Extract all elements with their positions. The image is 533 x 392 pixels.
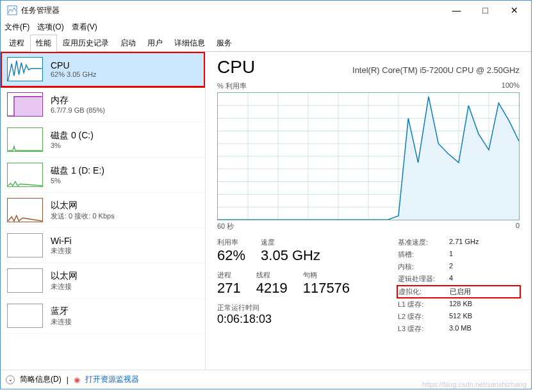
bluetooth-thumbnail (7, 304, 43, 328)
resmon-icon: ◉ (74, 375, 80, 384)
threads-value: 4219 (256, 280, 288, 297)
speed-label: 速度 (261, 238, 320, 247)
sidebar-item-sub: 3% (51, 142, 94, 149)
chart-y-max: 100% (502, 81, 520, 91)
sidebar-item-label: 蓝牙 (51, 306, 72, 317)
menu-file[interactable]: 文件(F) (4, 22, 29, 33)
sidebar-item-sub: 6.7/7.9 GB (85%) (51, 106, 105, 114)
chevron-down-icon[interactable]: ⌄ (6, 375, 15, 384)
ethernet-thumbnail (7, 198, 43, 222)
sidebar-item-ethernet[interactable]: 以太网 发送: 0 接收: 0 Kbps (1, 193, 205, 228)
detail-title: CPU (217, 57, 255, 78)
ethernet-thumbnail (7, 268, 43, 293)
sockets-label: 插槽: (398, 250, 449, 259)
l3-cache-value: 3.0 MB (449, 324, 472, 334)
tab-app-history[interactable]: 应用历史记录 (57, 35, 115, 52)
menu-view[interactable]: 查看(V) (72, 22, 97, 33)
speed-value: 3.05 GHz (261, 247, 320, 264)
cpu-thumbnail (7, 57, 43, 81)
processes-label: 进程 (217, 270, 241, 280)
sidebar-item-sub: 5% (51, 177, 104, 184)
l2-cache-value: 512 KB (449, 312, 472, 322)
sidebar-item-sub: 未连接 (51, 282, 78, 291)
fewer-details-link[interactable]: 简略信息(D) (20, 374, 62, 385)
l3-cache-label: L3 缓存: (398, 324, 449, 334)
l1-cache-value: 128 KB (449, 300, 472, 309)
sidebar-item-sub: 未连接 (51, 246, 72, 256)
disk-thumbnail (7, 127, 43, 152)
cpu-model: Intel(R) Core(TM) i5-7200U CPU @ 2.50GHz (352, 65, 520, 75)
sidebar-item-bluetooth[interactable]: 蓝牙 未连接 (1, 298, 205, 334)
tab-users[interactable]: 用户 (142, 35, 168, 52)
sidebar-item-label: 内存 (51, 95, 105, 106)
detail-panel: CPU Intel(R) Core(TM) i5-7200U CPU @ 2.5… (206, 52, 531, 370)
sidebar-item-label: CPU (51, 60, 97, 70)
svg-rect-1 (14, 97, 42, 116)
sidebar-item-memory[interactable]: 内存 6.7/7.9 GB (85%) (1, 87, 205, 122)
threads-label: 线程 (256, 270, 288, 280)
l1-cache-label: L1 缓存: (398, 300, 449, 309)
cpu-utilization-chart[interactable] (217, 92, 520, 220)
sockets-value: 1 (449, 250, 453, 259)
performance-sidebar[interactable]: CPU 62% 3.05 GHz 内存 6.7/7.9 GB (85%) (1, 52, 206, 370)
l2-cache-label: L2 缓存: (398, 312, 449, 322)
sidebar-item-label: Wi-Fi (51, 236, 72, 246)
sidebar-item-label: 磁盘 0 (C:) (51, 130, 94, 142)
minimize-button[interactable]: — (442, 1, 471, 19)
content-area: CPU 62% 3.05 GHz 内存 6.7/7.9 GB (85%) (1, 52, 531, 370)
wifi-thumbnail (7, 233, 43, 257)
chart-y-label: % 利用率 (217, 81, 247, 91)
chart-x-left: 60 秒 (217, 222, 234, 231)
menubar: 文件(F) 选项(O) 查看(V) (1, 20, 531, 34)
cores-value: 2 (449, 262, 453, 272)
sidebar-item-label: 以太网 (51, 200, 115, 211)
tab-startup[interactable]: 启动 (115, 35, 142, 52)
sidebar-item-label: 以太网 (51, 270, 78, 282)
titlebar[interactable]: 任务管理器 — □ ✕ (1, 1, 531, 20)
tabbar: 进程 性能 应用历史记录 启动 用户 详细信息 服务 (1, 34, 531, 52)
disk-thumbnail (7, 163, 43, 187)
open-resource-monitor-link[interactable]: 打开资源监视器 (85, 374, 139, 385)
virtualization-label: 虚拟化: (398, 287, 450, 297)
sidebar-item-sub: 发送: 0 接收: 0 Kbps (51, 211, 115, 221)
base-speed-label: 基准速度: (398, 238, 449, 247)
sidebar-item-ethernet2[interactable]: 以太网 未连接 (1, 263, 205, 298)
task-manager-window: 任务管理器 — □ ✕ 文件(F) 选项(O) 查看(V) 进程 性能 应用历史… (0, 0, 532, 389)
logical-processors-label: 逻辑处理器: (398, 274, 449, 284)
sidebar-item-sub: 未连接 (51, 317, 72, 327)
close-button[interactable]: ✕ (500, 1, 529, 19)
base-speed-value: 2.71 GHz (449, 238, 479, 247)
sidebar-item-label: 磁盘 1 (D: E:) (51, 165, 104, 177)
sidebar-item-cpu[interactable]: CPU 62% 3.05 GHz (1, 52, 205, 87)
tab-performance[interactable]: 性能 (30, 35, 57, 52)
sidebar-item-wifi[interactable]: Wi-Fi 未连接 (1, 228, 205, 263)
window-title: 任务管理器 (21, 5, 442, 16)
tab-details[interactable]: 详细信息 (168, 35, 211, 52)
chart-x-right: 0 (516, 222, 520, 231)
util-value: 62% (217, 247, 245, 264)
divider: | (67, 375, 69, 384)
tab-processes[interactable]: 进程 (3, 35, 30, 52)
app-icon (7, 5, 17, 15)
util-label: 利用率 (217, 238, 245, 247)
cores-label: 内核: (398, 262, 449, 272)
logical-processors-value: 4 (449, 274, 453, 284)
sidebar-item-disk0[interactable]: 磁盘 0 (C:) 3% (1, 122, 205, 158)
menu-options[interactable]: 选项(O) (37, 22, 63, 33)
maximize-button[interactable]: □ (471, 1, 500, 19)
uptime-label: 正常运行时间 (217, 303, 385, 313)
tab-services[interactable]: 服务 (211, 35, 238, 52)
handles-label: 句柄 (303, 270, 350, 280)
sidebar-item-disk1[interactable]: 磁盘 1 (D: E:) 5% (1, 158, 205, 193)
memory-thumbnail (7, 92, 43, 117)
handles-value: 117576 (303, 280, 350, 297)
footer: ⌄ 简略信息(D) | ◉ 打开资源监视器 (1, 370, 531, 389)
uptime-value: 0:06:18:03 (217, 313, 385, 326)
virtualization-value: 已启用 (450, 287, 471, 297)
processes-value: 271 (217, 280, 241, 297)
sidebar-item-sub: 62% 3.05 GHz (51, 70, 97, 78)
